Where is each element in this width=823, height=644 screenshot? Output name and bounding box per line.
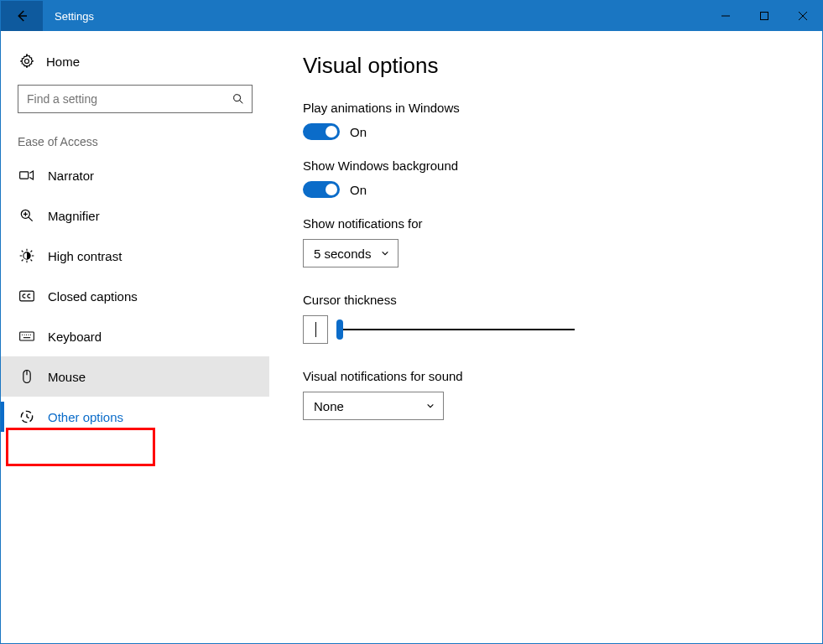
window-controls (706, 1, 822, 31)
field-visual-notifications: Visual notifications for sound None (303, 369, 789, 420)
settings-window: Settings Home (0, 0, 823, 644)
svg-line-7 (240, 101, 243, 104)
sidebar-item-label: Magnifier (48, 209, 100, 223)
magnifier-icon (18, 207, 36, 224)
sidebar-item-label: Other options (48, 410, 123, 424)
svg-point-5 (25, 60, 29, 64)
cursor-thickness-slider[interactable] (340, 319, 575, 340)
svg-rect-22 (20, 291, 34, 301)
field-show-background: Show Windows background On (303, 158, 789, 198)
sidebar-section-header: Ease of Access (1, 113, 269, 155)
close-icon (798, 11, 808, 21)
maximize-icon (759, 11, 769, 21)
toggle-state: On (350, 183, 367, 197)
sidebar-item-label: Mouse (48, 370, 86, 384)
back-button[interactable] (1, 1, 43, 31)
field-label: Cursor thickness (303, 293, 789, 307)
keyboard-icon (18, 328, 36, 345)
field-cursor-thickness: Cursor thickness (303, 293, 789, 344)
svg-point-6 (234, 95, 241, 101)
window-title: Settings (43, 1, 706, 31)
toggle-show-background[interactable] (303, 181, 340, 198)
titlebar: Settings (1, 1, 822, 31)
mouse-icon (18, 368, 36, 385)
minimize-button[interactable] (706, 1, 745, 31)
close-button[interactable] (784, 1, 822, 31)
sidebar: Home Ease of Access Narrator Magnifier (1, 31, 269, 643)
sidebar-item-magnifier[interactable]: Magnifier (1, 195, 269, 236)
sidebar-item-narrator[interactable]: Narrator (1, 155, 269, 195)
select-value: None (314, 399, 344, 413)
sidebar-item-home[interactable]: Home (1, 46, 269, 81)
select-value: 5 seconds (314, 247, 371, 261)
sidebar-item-label: Closed captions (48, 289, 138, 304)
sidebar-item-label: Keyboard (48, 330, 102, 344)
field-label: Play animations in Windows (303, 101, 789, 115)
other-options-icon (18, 408, 36, 425)
slider-thumb[interactable] (336, 319, 343, 340)
main-panel: Visual options Play animations in Window… (269, 31, 822, 643)
svg-line-19 (31, 260, 33, 262)
select-visual-notifications[interactable]: None (303, 392, 444, 420)
arrow-left-icon (14, 8, 29, 23)
sidebar-item-label: Narrator (48, 169, 94, 183)
closed-captions-icon (18, 288, 36, 304)
maximize-button[interactable] (745, 1, 784, 31)
page-title: Visual options (303, 53, 789, 79)
field-show-notifications: Show notifications for 5 seconds (303, 216, 789, 267)
svg-line-18 (22, 251, 23, 252)
cursor-thickness-preview (303, 315, 328, 344)
svg-line-10 (29, 217, 33, 221)
sidebar-item-closed-captions[interactable]: Closed captions (1, 276, 269, 316)
svg-rect-23 (20, 332, 34, 340)
home-label: Home (46, 55, 80, 69)
field-label: Show Windows background (303, 158, 789, 173)
toggle-state: On (350, 125, 367, 139)
chevron-down-icon (426, 402, 435, 410)
narrator-icon (18, 167, 36, 184)
minimize-icon (721, 11, 731, 21)
toggle-play-animations[interactable] (303, 123, 340, 140)
search-input[interactable] (25, 91, 232, 106)
search-icon (232, 92, 245, 106)
sidebar-item-label: High contrast (48, 249, 122, 263)
chevron-down-icon (381, 249, 389, 257)
svg-rect-2 (761, 13, 768, 20)
svg-line-20 (22, 260, 23, 262)
svg-rect-8 (20, 172, 29, 179)
high-contrast-icon (18, 247, 36, 264)
sidebar-item-other-options[interactable]: Other options (1, 397, 269, 437)
field-label: Show notifications for (303, 216, 789, 231)
search-box[interactable] (18, 85, 253, 113)
field-label: Visual notifications for sound (303, 369, 789, 383)
sidebar-item-keyboard[interactable]: Keyboard (1, 316, 269, 356)
select-notification-duration[interactable]: 5 seconds (303, 239, 398, 267)
sidebar-item-mouse[interactable]: Mouse (1, 356, 269, 397)
gear-icon (18, 53, 36, 70)
svg-line-21 (31, 251, 33, 252)
sidebar-item-high-contrast[interactable]: High contrast (1, 236, 269, 276)
field-play-animations: Play animations in Windows On (303, 101, 789, 140)
